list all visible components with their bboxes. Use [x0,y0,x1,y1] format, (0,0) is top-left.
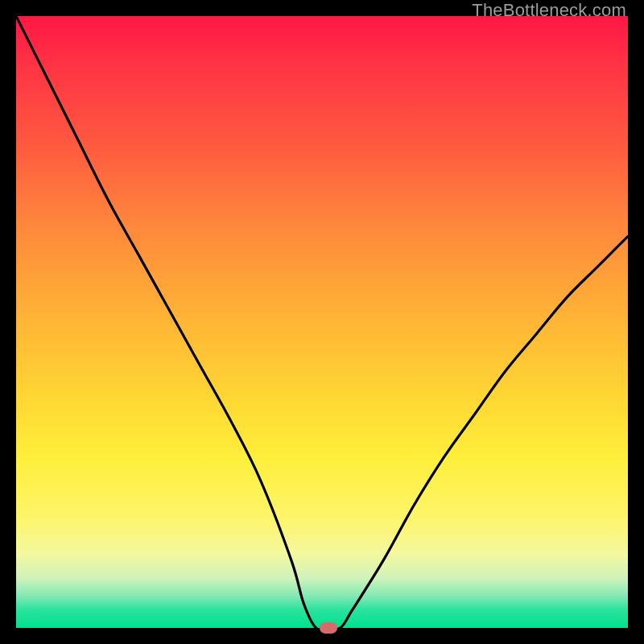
chart-frame: TheBottleneck.com [0,0,644,644]
bottleneck-curve [16,16,628,628]
optimum-marker [320,622,337,634]
plot-area [16,16,628,628]
